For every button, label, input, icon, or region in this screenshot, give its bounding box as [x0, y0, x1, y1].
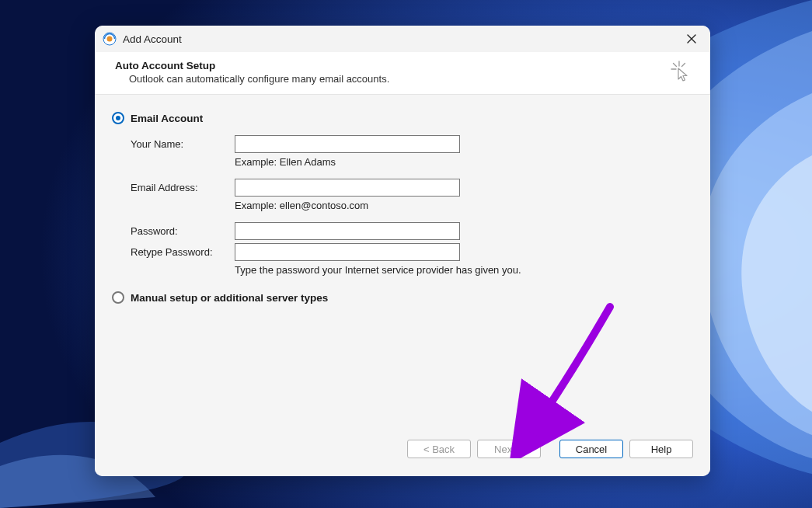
cursor-click-icon — [670, 60, 693, 83]
header-title: Auto Account Setup — [115, 60, 690, 71]
email-input[interactable] — [235, 179, 460, 197]
svg-point-2 — [107, 37, 113, 42]
help-button[interactable]: Help — [629, 440, 693, 458]
radio-icon — [112, 112, 124, 124]
next-button-label: Next > — [494, 444, 524, 455]
password-label: Password: — [131, 225, 235, 237]
radio-label-email: Email Account — [131, 113, 203, 124]
retype-password-input[interactable] — [235, 243, 460, 261]
close-button[interactable] — [682, 30, 701, 48]
radio-icon — [112, 291, 124, 304]
outlook-icon — [103, 32, 117, 46]
close-icon — [687, 34, 696, 43]
svg-line-5 — [674, 64, 677, 67]
header-section: Auto Account Setup Outlook can automatic… — [95, 52, 710, 95]
form-grid: Your Name: Example: Ellen Adams Email Ad… — [131, 135, 693, 276]
titlebar-title: Add Account — [123, 33, 682, 45]
svg-line-6 — [682, 64, 685, 67]
name-hint: Example: Ellen Adams — [235, 156, 693, 168]
radio-label-manual: Manual setup or additional server types — [131, 292, 328, 304]
email-hint: Example: ellen@contoso.com — [235, 200, 693, 211]
cancel-button[interactable]: Cancel — [559, 440, 623, 458]
name-label: Your Name: — [131, 138, 235, 150]
help-button-label: Help — [651, 444, 672, 455]
password-input[interactable] — [235, 222, 460, 240]
add-account-dialog: Add Account Auto Account Setup Outlook c… — [95, 26, 710, 476]
retype-label: Retype Password: — [131, 246, 235, 258]
header-subtitle: Outlook can automatically configure many… — [129, 73, 690, 85]
radio-manual-setup[interactable]: Manual setup or additional server types — [112, 291, 693, 304]
cancel-button-label: Cancel — [576, 444, 607, 455]
name-input[interactable] — [235, 135, 460, 153]
email-label: Email Address: — [131, 182, 235, 193]
password-hint: Type the password your Internet service … — [235, 264, 693, 276]
content-area: Email Account Your Name: Example: Ellen … — [95, 95, 710, 436]
back-button-label: < Back — [423, 444, 455, 455]
footer: < Back Next > Cancel Help — [95, 436, 710, 476]
titlebar: Add Account — [95, 26, 710, 52]
radio-email-account[interactable]: Email Account — [112, 112, 693, 124]
next-button[interactable]: Next > — [477, 440, 541, 458]
back-button[interactable]: < Back — [407, 440, 471, 458]
